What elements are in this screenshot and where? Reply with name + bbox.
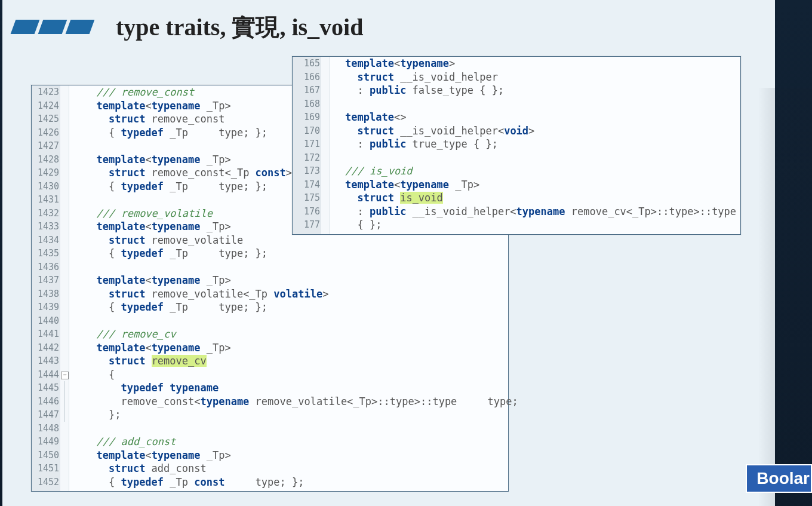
code-line: 1438 struct remove_volatile<_Tp volatile… [69,287,508,301]
line-number: 176 [293,205,320,219]
video-frame: type traits, 實現, is_void 165template<typ… [0,0,812,506]
fold-guide [64,381,64,422]
line-number: 1423 [32,85,59,99]
line-number: 170 [293,124,320,138]
code-line: 1436 [69,260,508,274]
code-line: 1441 /// remove_cv [69,327,508,341]
code-block-is-void: 165template<typename>166 struct __is_voi… [292,56,741,235]
line-number: 1444 [32,368,59,382]
code-line: 1451 struct add_const [69,462,508,476]
line-number: 174 [293,178,320,192]
line-number: 169 [293,111,320,124]
line-number: 1428 [32,153,59,167]
line-number: 1441 [32,327,59,341]
line-number: 1436 [32,260,59,274]
header-decor [13,20,92,34]
code-line: 1449 /// add_const [69,435,508,449]
line-number: 1451 [32,462,59,476]
line-number: 1452 [32,476,59,489]
code-line: 1442 template<typename _Tp> [69,341,508,355]
code-line: 176 : public __is_void_helper<typename r… [330,205,740,219]
code-line: 1440 [69,314,508,328]
line-number: 172 [293,151,320,165]
code-line: 1445 typedef typename [69,381,508,395]
line-number: 1446 [32,395,59,409]
code-line: 167 : public false_type { }; [330,84,740,97]
line-number: 1434 [32,234,59,247]
line-number: 177 [293,218,320,232]
line-number: 1445 [32,381,59,395]
line-number: 1440 [32,314,59,328]
code-line: 169template<> [330,111,740,124]
line-number: 168 [293,97,320,111]
code-line: 1444 { [69,368,508,382]
line-number: 167 [293,84,320,97]
code-line: 165template<typename> [330,57,740,70]
code-line: 1437 template<typename _Tp> [69,274,508,287]
code-lines: 165template<typename>166 struct __is_voi… [293,57,740,232]
code-line: 1450 template<typename _Tp> [69,449,508,462]
code-line: 171 : public true_type { }; [330,137,740,151]
watermark-logo: Boolar [746,464,812,493]
code-line: 168 [330,97,740,111]
line-number: 1442 [32,341,59,355]
code-line: 173/// is_void [330,164,740,178]
slide-header: type traits, 實現, is_void [13,6,764,48]
line-number: 1439 [32,300,59,314]
fold-marker-icon: − [61,372,69,379]
line-number: 173 [293,164,320,178]
slide: type traits, 實現, is_void 165template<typ… [2,0,775,506]
code-line: 1434 struct remove_volatile [69,234,508,247]
line-number: 1424 [32,99,59,113]
line-number: 1425 [32,112,59,126]
line-number: 1437 [32,274,59,287]
line-number: 1449 [32,435,59,449]
line-number: 1447 [32,408,59,422]
code-line: 170 struct __is_void_helper<void> [330,124,740,138]
code-line: 166 struct __is_void_helper [330,70,740,84]
code-line: 1439 { typedef _Tp type; }; [69,300,508,314]
slide-title: type traits, 實現, is_void [116,11,363,44]
line-number: 1438 [32,287,59,301]
line-number: 165 [293,57,320,70]
code-line: 1446 remove_const<typename remove_volati… [69,395,508,409]
line-number: 166 [293,70,320,84]
line-number: 1431 [32,193,59,207]
line-number: 1448 [32,422,59,436]
line-number: 171 [293,137,320,151]
code-line: 177 { }; [330,218,740,232]
line-number: 1427 [32,139,59,153]
line-number: 1450 [32,449,59,462]
line-number: 1432 [32,207,59,220]
line-number: 1430 [32,180,59,194]
code-line: 1452 { typedef _Tp const type; }; [69,476,508,489]
line-number: 1433 [32,220,59,234]
code-line: 172 [330,151,740,165]
code-line: 1435 { typedef _Tp type; }; [69,247,508,260]
line-number: 1443 [32,354,59,368]
line-number: 1426 [32,126,59,140]
code-line: 1443 struct remove_cv [69,354,508,368]
line-number: 1435 [32,247,59,260]
code-line: 1448 [69,422,508,436]
code-line: 1447 }; [69,408,508,422]
code-line: 174template<typename _Tp> [330,178,740,192]
line-number: 175 [293,191,320,205]
code-line: 175 struct is_void [330,191,740,205]
line-number: 1429 [32,166,59,180]
